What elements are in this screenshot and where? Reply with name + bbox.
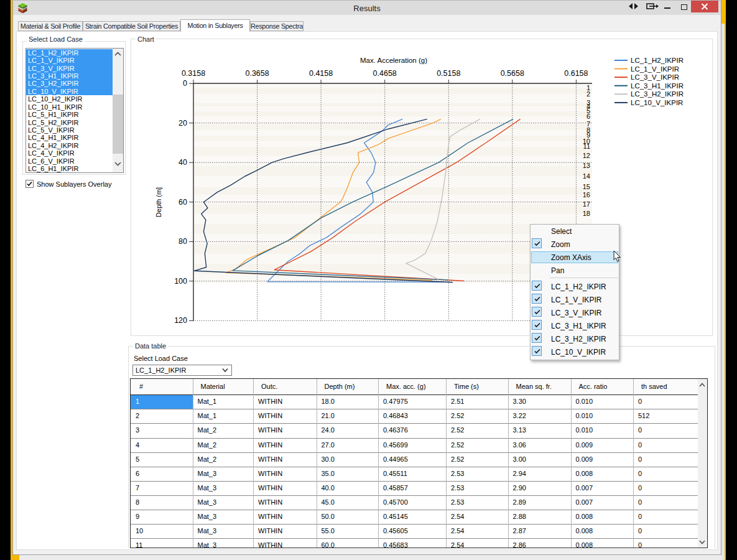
svg-text:LC_1_V_IKPIR: LC_1_V_IKPIR: [631, 65, 679, 73]
svg-text:0.3158: 0.3158: [182, 69, 205, 78]
svg-text:LC_3_V_IKPIR: LC_3_V_IKPIR: [631, 73, 679, 81]
svg-text:LC_1_H2_IKPIR: LC_1_H2_IKPIR: [631, 57, 684, 64]
svg-text:0.6158: 0.6158: [564, 69, 588, 78]
svg-text:Max. Acceleration (g): Max. Acceleration (g): [360, 57, 427, 64]
svg-text:2: 2: [586, 90, 590, 98]
svg-text:Depth (m]: Depth (m]: [155, 187, 162, 217]
svg-text:0.5158: 0.5158: [437, 69, 460, 78]
svg-text:6: 6: [586, 113, 590, 120]
svg-text:40: 40: [178, 158, 187, 167]
svg-text:0.3658: 0.3658: [245, 69, 269, 78]
svg-text:LC_3_H1_IKPIR: LC_3_H1_IKPIR: [631, 82, 684, 90]
svg-text:16: 16: [583, 191, 590, 198]
svg-text:11: 11: [583, 142, 590, 150]
svg-text:80: 80: [178, 237, 187, 246]
svg-text:60: 60: [178, 198, 187, 207]
svg-text:100: 100: [174, 277, 187, 286]
svg-text:0.5658: 0.5658: [501, 69, 524, 78]
svg-text:0.4158: 0.4158: [309, 69, 333, 78]
svg-text:120: 120: [174, 316, 187, 325]
svg-text:0: 0: [183, 79, 187, 88]
svg-text:20: 20: [178, 119, 187, 128]
svg-text:18: 18: [583, 210, 590, 217]
svg-text:0.4658: 0.4658: [373, 69, 397, 78]
svg-text:LC_3_H2_IKPIR: LC_3_H2_IKPIR: [631, 90, 684, 98]
svg-text:15: 15: [583, 183, 590, 190]
svg-text:12: 12: [583, 152, 590, 159]
svg-text:13: 13: [583, 162, 590, 169]
svg-text:17: 17: [583, 200, 590, 208]
svg-text:LC_10_V_IKPIR: LC_10_V_IKPIR: [631, 99, 683, 106]
svg-text:14: 14: [583, 172, 590, 180]
